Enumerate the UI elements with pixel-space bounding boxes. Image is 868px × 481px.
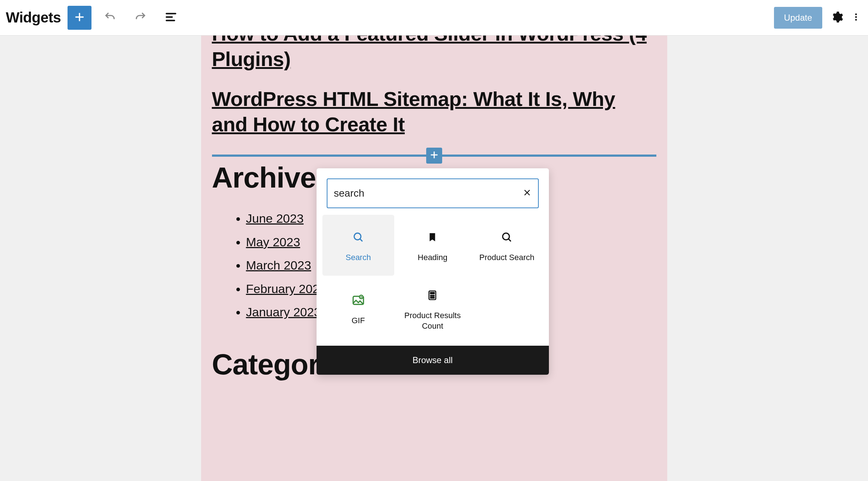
block-option-heading[interactable]: Heading xyxy=(396,215,469,276)
update-button[interactable]: Update xyxy=(774,7,822,29)
svg-point-7 xyxy=(360,296,362,298)
svg-rect-9 xyxy=(431,292,435,294)
inserter-search-field xyxy=(327,178,539,208)
image-icon xyxy=(351,292,365,308)
plus-icon xyxy=(429,150,439,161)
svg-point-1 xyxy=(855,16,857,18)
toolbar-left-group: Widgets xyxy=(5,6,183,30)
svg-point-13 xyxy=(431,297,432,298)
undo-button[interactable] xyxy=(98,6,122,30)
bookmark-icon xyxy=(427,229,438,245)
kebab-icon xyxy=(851,11,861,25)
svg-point-0 xyxy=(855,13,857,15)
block-results-grid: Search Heading Product Search xyxy=(317,215,549,346)
svg-point-3 xyxy=(354,233,360,239)
block-insertion-point xyxy=(212,154,656,157)
search-icon xyxy=(501,229,513,245)
post-link-1[interactable]: How to Add a Featured Slider in WordPres… xyxy=(212,36,656,72)
inline-add-block-button[interactable] xyxy=(426,148,442,164)
archive-link[interactable]: March 2023 xyxy=(246,258,311,272)
clear-search-button[interactable] xyxy=(523,188,531,198)
calculator-icon xyxy=(427,287,438,303)
widget-area: How to Add a Featured Slider in WordPres… xyxy=(201,36,667,481)
close-icon xyxy=(523,192,531,198)
browse-all-blocks-button[interactable]: Browse all xyxy=(317,346,549,375)
svg-point-2 xyxy=(855,19,857,21)
svg-point-12 xyxy=(433,295,435,296)
block-option-search[interactable]: Search xyxy=(322,215,395,276)
redo-icon xyxy=(134,11,147,24)
block-label: Product Search xyxy=(479,252,534,263)
svg-point-14 xyxy=(432,297,433,298)
svg-point-4 xyxy=(503,233,509,239)
settings-button[interactable] xyxy=(830,11,843,25)
archive-link[interactable]: June 2023 xyxy=(246,211,304,225)
archive-link[interactable]: February 2023 xyxy=(246,282,326,296)
editor-toolbar: Widgets Update xyxy=(0,0,868,36)
block-option-product-search[interactable]: Product Search xyxy=(471,215,543,276)
more-options-button[interactable] xyxy=(851,11,861,25)
block-label: Product Results Count xyxy=(399,311,466,331)
editor-canvas: How to Add a Featured Slider in WordPres… xyxy=(0,36,868,481)
svg-point-11 xyxy=(432,295,433,296)
archive-link[interactable]: January 2023 xyxy=(246,305,321,319)
add-block-button[interactable] xyxy=(68,6,91,30)
search-icon xyxy=(352,229,364,245)
svg-point-15 xyxy=(433,297,435,298)
block-label: Heading xyxy=(418,252,448,263)
list-view-icon xyxy=(164,10,178,25)
archive-link[interactable]: May 2023 xyxy=(246,235,300,249)
plus-icon xyxy=(73,11,86,24)
undo-icon xyxy=(104,11,116,24)
inserter-search-input[interactable] xyxy=(334,188,523,199)
redo-button[interactable] xyxy=(129,6,152,30)
block-option-product-results-count[interactable]: Product Results Count xyxy=(396,278,469,339)
block-option-gif[interactable]: GIF xyxy=(322,278,395,339)
block-label: GIF xyxy=(351,316,365,326)
svg-point-10 xyxy=(431,295,432,296)
post-link-2[interactable]: WordPress HTML Sitemap: What It Is, Why … xyxy=(212,86,656,137)
toolbar-right-group: Update xyxy=(774,7,861,29)
inserter-search-wrap xyxy=(317,168,549,215)
list-view-button[interactable] xyxy=(159,6,183,30)
block-inserter-popover: Search Heading Product Search xyxy=(317,168,549,375)
page-title: Widgets xyxy=(6,9,61,26)
block-label: Search xyxy=(346,252,371,263)
gear-icon xyxy=(830,11,843,25)
